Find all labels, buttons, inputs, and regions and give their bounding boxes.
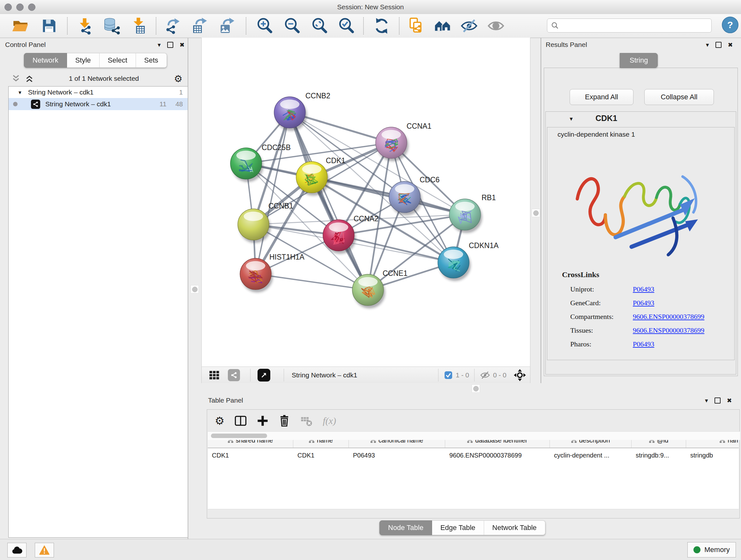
memory-label: Memory — [704, 546, 730, 554]
network-selected-status: 1 of 1 Network selected — [34, 75, 174, 82]
tab-network[interactable]: Network — [24, 53, 67, 68]
table-cell[interactable]: cyclin-dependent ... — [550, 448, 631, 462]
first-neighbors-button[interactable] — [434, 17, 452, 35]
crosslink-value[interactable]: P06493 — [633, 299, 654, 307]
tab-select[interactable]: Select — [99, 53, 136, 68]
search-input[interactable] — [559, 22, 700, 30]
crosslink-value[interactable]: 9606.ENSP00000378699 — [633, 326, 704, 334]
tab-node-table[interactable]: Node Table — [380, 520, 432, 535]
table-cell[interactable]: stringdb:9... — [631, 448, 686, 462]
export-table-button[interactable] — [191, 17, 209, 35]
gene-details: cyclin-dependent kinase 1 — [547, 127, 735, 360]
collapse-all-icon[interactable] — [11, 74, 20, 83]
table-cell[interactable]: CDK1 — [293, 448, 349, 462]
memory-status-dot-icon — [693, 546, 700, 553]
open-in-window-icon[interactable] — [258, 369, 270, 381]
refresh-button[interactable] — [373, 17, 391, 35]
zoom-fit-button[interactable] — [311, 17, 329, 35]
clone-network-button[interactable] — [408, 17, 426, 35]
table-panel-title: Table Panel — [208, 393, 243, 408]
panel-menu-icon[interactable]: ▾ — [705, 397, 708, 404]
crosslink-value[interactable]: P06493 — [633, 340, 654, 348]
toolbar-separator — [67, 17, 68, 35]
horizontal-splitter[interactable] — [201, 383, 741, 393]
export-network-button[interactable] — [164, 17, 182, 35]
show-all-button[interactable] — [487, 17, 505, 35]
network-row-selected[interactable]: String Network – cdk1 11 48 — [9, 98, 188, 110]
show-columns-icon[interactable] — [234, 415, 247, 427]
search-field[interactable] — [547, 18, 712, 33]
hide-selected-button[interactable] — [460, 17, 478, 35]
zoom-in-button[interactable] — [256, 17, 274, 35]
panel-menu-icon[interactable]: ▾ — [158, 41, 161, 49]
expand-all-button[interactable]: Expand All — [569, 89, 633, 105]
hidden-eye-icon[interactable] — [480, 370, 490, 380]
crosslinks-list: Uniprot:P06493GeneCard:P06493Compartment… — [562, 282, 728, 351]
import-network-from-database-button[interactable] — [103, 17, 121, 35]
crosslink-value[interactable]: 9606.ENSP00000378699 — [633, 313, 704, 321]
splitter-handle[interactable] — [532, 209, 540, 217]
zoom-out-button[interactable] — [283, 17, 301, 35]
open-session-button[interactable] — [11, 17, 29, 35]
grid-view-icon[interactable] — [209, 369, 220, 381]
import-table-button[interactable] — [130, 17, 148, 35]
panel-float-icon[interactable] — [716, 42, 722, 48]
zoom-selected-button[interactable] — [338, 17, 355, 35]
network-collection-row[interactable]: ▼ String Network – cdk1 1 — [9, 86, 188, 98]
tab-string[interactable]: String — [620, 53, 658, 68]
panel-close-icon[interactable]: ✖ — [180, 41, 185, 49]
network-graph[interactable]: CCNB2CCNA1CDC25BCDK1CDC6RB1CCNB1CCNA2CDK… — [202, 38, 531, 367]
warnings-button[interactable] — [35, 543, 54, 557]
splitter-handle[interactable] — [472, 384, 480, 393]
refresh-icon — [373, 17, 390, 35]
toolbar-separator — [399, 17, 400, 35]
collapse-all-button[interactable]: Collapse All — [644, 89, 714, 105]
horizontal-scrollbar[interactable] — [208, 431, 740, 440]
table-cell[interactable]: P06493 — [349, 448, 445, 462]
scrollbar-thumb[interactable] — [211, 434, 267, 438]
crosslink-label: Tissues: — [570, 326, 633, 334]
import-network-button[interactable] — [76, 17, 94, 35]
cloud-status-button[interactable] — [7, 543, 26, 557]
network-options-gear-icon[interactable]: ⚙ — [174, 73, 183, 84]
delete-column-icon[interactable] — [279, 415, 290, 427]
table-cell[interactable]: 9606.ENSP00000378699 — [445, 448, 550, 462]
tab-edge-table[interactable]: Edge Table — [432, 520, 484, 535]
add-column-icon[interactable] — [257, 415, 268, 427]
section-collapse-icon[interactable]: ▼ — [569, 116, 574, 122]
save-session-button[interactable] — [40, 17, 58, 35]
help-button[interactable]: ? — [722, 17, 738, 33]
table-options-gear-icon[interactable]: ⚙ — [215, 415, 224, 427]
table-row[interactable]: CDK1CDK1P064939606.ENSP00000378699cyclin… — [208, 448, 739, 462]
expand-all-icon[interactable] — [25, 74, 34, 83]
node-label: CDKN1A — [469, 241, 499, 250]
export-network-icon — [164, 17, 182, 35]
tree-expand-icon[interactable]: ▼ — [17, 90, 22, 95]
network-canvas[interactable]: CCNB2CCNA1CDC25BCDK1CDC6RB1CCNB1CCNA2CDK… — [201, 38, 530, 367]
function-builder-icon[interactable]: f(x) — [323, 415, 336, 426]
left-splitter[interactable] — [188, 38, 202, 539]
panel-float-icon[interactable] — [167, 42, 173, 48]
export-image-button[interactable] — [218, 17, 236, 35]
tab-sets[interactable]: Sets — [136, 53, 167, 68]
delete-table-icon[interactable] — [300, 415, 313, 427]
splitter-handle[interactable] — [191, 285, 199, 294]
crosslink-value[interactable]: P06493 — [633, 285, 654, 294]
toolbar-separator — [246, 17, 246, 35]
table-cell[interactable]: CDK1 — [208, 448, 293, 462]
protein-structure-image — [568, 141, 705, 269]
table-cell[interactable]: stringdb — [686, 448, 739, 462]
panel-close-icon[interactable]: ✖ — [727, 397, 732, 404]
search-icon — [551, 22, 559, 29]
panel-float-icon[interactable] — [715, 397, 721, 403]
network-share-icon[interactable] — [228, 369, 240, 381]
tab-style[interactable]: Style — [67, 53, 99, 68]
tab-network-table[interactable]: Network Table — [484, 520, 545, 535]
birds-eye-view-icon[interactable] — [514, 369, 526, 381]
network-view-title: String Network – cdk1 — [292, 371, 357, 379]
panel-menu-icon[interactable]: ▾ — [706, 41, 709, 49]
memory-button[interactable]: Memory — [687, 542, 736, 557]
selected-checkbox-icon[interactable] — [444, 371, 453, 379]
panel-close-icon[interactable]: ✖ — [728, 41, 733, 49]
right-splitter[interactable] — [530, 38, 541, 383]
